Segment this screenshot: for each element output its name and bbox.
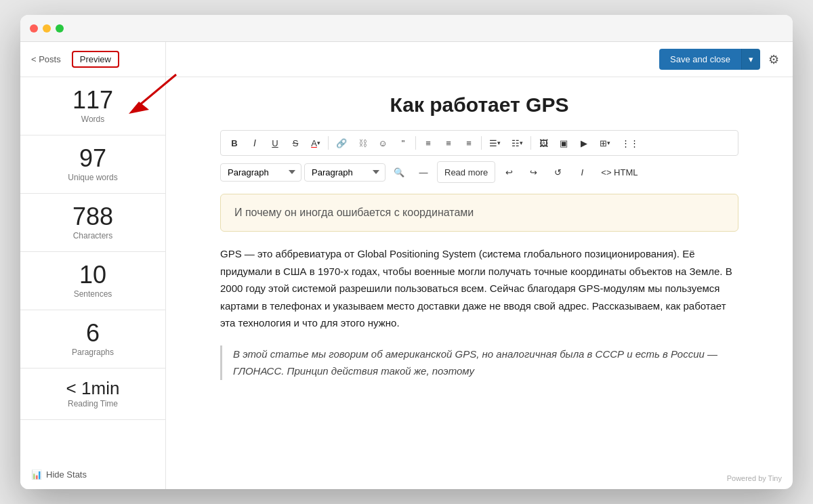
read-more-button[interactable]: Read more [437,161,495,183]
stat-unique-words: 97 Unique words [20,135,165,194]
image-gallery-button[interactable]: ▣ [554,133,573,152]
close-button[interactable] [30,24,38,33]
bold-icon: B [231,138,237,148]
image-gallery-icon: ▣ [560,138,568,148]
html-icon: <> HTML [601,167,638,177]
align-right-icon: ≡ [466,138,472,148]
save-dropdown-button[interactable]: ▾ [741,49,760,70]
hr-button[interactable]: — [413,161,434,183]
settings-button[interactable]: ⚙ [766,49,782,70]
unique-words-label: Unique words [20,173,165,182]
top-toolbar: Save and close ▾ ⚙ [166,42,793,77]
unordered-list-button[interactable]: ☰▾ [484,133,505,152]
align-center-button[interactable]: ≡ [439,133,458,152]
image-icon: 🖼 [539,138,548,148]
post-title[interactable]: Как работает GPS [220,93,738,117]
stat-words: 117 Words [20,77,165,135]
link-icon: 🔗 [336,138,347,148]
stat-paragraphs: 6 Paragraphs [20,310,165,369]
link-button[interactable]: 🔗 [331,133,352,152]
sentences-count: 10 [20,263,165,287]
html-view-button[interactable]: <> HTML [596,161,643,183]
italic-button[interactable]: I [245,133,264,152]
align-right-button[interactable]: ≡ [459,133,478,152]
video-button[interactable]: ▶ [575,133,593,152]
align-left-icon: ≡ [425,138,431,148]
search-icon: 🔍 [394,167,404,177]
words-count: 117 [20,88,165,112]
reading-time-label: Reading Time [20,399,165,408]
video-icon: ▶ [581,138,587,148]
separator-1 [328,136,329,150]
search-button[interactable]: 🔍 [388,161,410,183]
table-button[interactable]: ⊞▾ [595,133,615,152]
maximize-button[interactable] [56,24,64,33]
reading-time-count: < 1min [20,379,165,397]
editor-content[interactable]: Как работает GPS B I U S A▾ 🔗 ⛓ ☺ " ≡ ≡ [166,77,793,489]
blockquote-text: В этой статье мы говорим об американской… [233,348,717,377]
posts-link[interactable]: < Posts [31,54,61,64]
paragraph-style-select-2[interactable]: Paragraph [304,163,385,182]
history-icon: ↺ [554,167,562,177]
bar-chart-icon: 📊 [31,469,42,480]
blockquote-icon: " [402,138,405,148]
paragraphs-label: Paragraphs [20,348,165,357]
sidebar: < Posts Preview 117 Words 97 Unique word… [20,42,166,489]
underline-icon: U [272,138,278,148]
undo-button[interactable]: ↩ [498,161,520,183]
italic-format-icon: I [581,167,584,177]
text-color-button[interactable]: A▾ [306,133,325,152]
more-button[interactable]: ⋮⋮ [617,133,644,152]
editor-area: Save and close ▾ ⚙ Как работает GPS B I … [166,42,793,489]
stat-sentences: 10 Sentences [20,252,165,310]
redo-button[interactable]: ↪ [522,161,544,183]
blockquote-button[interactable]: " [394,133,413,152]
align-left-button[interactable]: ≡ [419,133,438,152]
unique-words-count: 97 [20,146,165,171]
sidebar-header: < Posts Preview [20,42,165,77]
characters-label: Characters [20,231,165,240]
save-close-group: Save and close ▾ [659,49,760,70]
underline-button[interactable]: U [266,133,285,152]
hide-stats-button[interactable]: 📊 Hide Stats [20,460,165,489]
preview-button[interactable]: Preview [72,51,119,68]
separator-2 [415,136,416,150]
separator-3 [481,136,482,150]
titlebar [20,15,793,42]
body-paragraph[interactable]: GPS — это аббревиатура от Global Positio… [220,245,738,332]
strikethrough-button[interactable]: S [286,133,305,152]
subtitle-box: И почему он иногда ошибается с координат… [220,194,738,232]
characters-count: 788 [20,205,165,229]
stat-characters: 788 Characters [20,194,165,252]
image-button[interactable]: 🖼 [534,133,553,152]
paragraph-style-select[interactable]: Paragraph Heading 1 Heading 2 Heading 3 [220,163,301,182]
app-window: < Posts Preview 117 Words 97 Unique word… [20,15,793,489]
sentences-label: Sentences [20,289,165,299]
more-icon: ⋮⋮ [621,138,639,148]
ordered-list-button[interactable]: ☷▾ [507,133,528,152]
unordered-list-icon: ☰ [489,138,497,148]
traffic-lights [30,24,64,33]
redo-icon: ↪ [530,167,537,177]
format-toolbar-row2: Paragraph Heading 1 Heading 2 Heading 3 … [220,161,738,183]
bold-button[interactable]: B [225,133,244,152]
words-label: Words [20,114,165,124]
table-icon: ⊞ [600,138,607,148]
format-toolbar-row1: B I U S A▾ 🔗 ⛓ ☺ " ≡ ≡ ≡ ☰▾ ☷▾ [220,130,738,156]
unlink-icon: ⛓ [358,138,367,148]
unlink-button[interactable]: ⛓ [353,133,372,152]
separator-4 [530,136,531,150]
paragraphs-count: 6 [20,321,165,345]
strikethrough-icon: S [293,138,299,148]
hr-icon: — [419,167,428,177]
minimize-button[interactable] [43,24,51,33]
text-color-icon: A [311,138,317,148]
hide-stats-label: Hide Stats [46,469,87,480]
emoji-button[interactable]: ☺ [373,133,392,152]
history-button[interactable]: ↺ [547,161,568,183]
powered-by: Powered by Tiny [727,474,782,482]
italic-format-button[interactable]: I [571,161,593,183]
save-close-button[interactable]: Save and close [659,49,741,70]
align-center-icon: ≡ [446,138,451,148]
dropdown-chevron-icon: ▾ [749,54,753,64]
